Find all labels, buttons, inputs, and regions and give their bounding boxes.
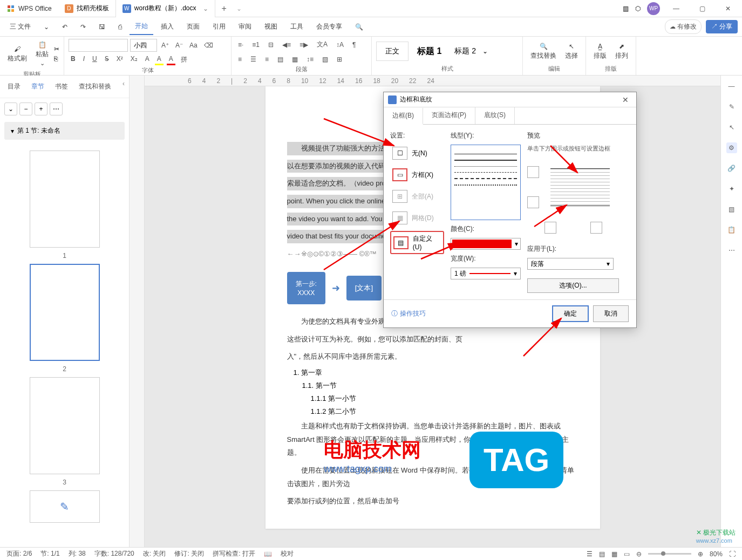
menu-member[interactable]: 会员专享 [311, 19, 348, 35]
font-family-select[interactable] [69, 39, 128, 52]
underline-button[interactable]: U [90, 54, 99, 65]
menu-dropdown[interactable]: ⌄ [38, 20, 55, 34]
page-thumb-3[interactable] [30, 377, 100, 474]
clipboard-icon[interactable]: 📋 [726, 224, 737, 235]
setting-none[interactable]: ☐无(N) [390, 145, 444, 162]
select-tool-icon[interactable]: ↖ [726, 122, 737, 133]
styles-more-icon[interactable]: ⌄ [482, 47, 488, 55]
apply-to-dropdown[interactable]: 段落▾ [527, 258, 614, 270]
tab-border[interactable]: 边框(B) [384, 108, 423, 125]
increase-font-icon[interactable]: A⁺ [159, 40, 171, 50]
align-left-icon[interactable]: ≡ [236, 54, 244, 64]
view-icon-3[interactable]: ▦ [611, 550, 617, 558]
strikethrough-button[interactable]: S̶ [103, 54, 111, 65]
copy-icon[interactable]: ⎘ [54, 55, 59, 63]
style-normal[interactable]: 正文 [376, 42, 409, 61]
status-page[interactable]: 页面: 2/6 [6, 549, 32, 558]
setting-all[interactable]: ⊞全部(A) [390, 188, 444, 205]
tab-menu-icon[interactable]: ⌄ [236, 5, 242, 12]
bold-button[interactable]: B [69, 54, 78, 65]
view-icon-4[interactable]: ▭ [624, 550, 630, 558]
panel-icon[interactable]: ▥ [623, 5, 629, 12]
user-avatar[interactable]: WP [647, 2, 660, 15]
superscript-button[interactable]: X² [114, 54, 125, 65]
ok-button[interactable]: 确定 [552, 305, 589, 322]
find-replace-button[interactable]: 🔍查找替换 [527, 40, 560, 63]
horizontal-ruler[interactable]: 642|24681012141618202224 [145, 76, 720, 86]
status-column[interactable]: 列: 38 [69, 549, 86, 558]
more-icon[interactable]: ⋯ [726, 245, 737, 256]
decrease-indent-icon[interactable]: ◀≡ [280, 40, 293, 50]
more-button[interactable]: ⋯ [50, 103, 63, 115]
preview-left-button[interactable] [544, 222, 556, 234]
menu-start[interactable]: 开始 [130, 18, 153, 35]
phonetic-button[interactable]: 拼 [179, 54, 189, 65]
menu-insert[interactable]: 插入 [155, 19, 179, 35]
status-spell[interactable]: 拼写检查: 打开 [213, 549, 255, 558]
sb-tab-toc[interactable]: 目录 [4, 80, 24, 93]
status-track[interactable]: 修订: 关闭 [174, 549, 204, 558]
dialog-titlebar[interactable]: 边框和底纹 ✕ [384, 92, 636, 107]
preview-top-button[interactable] [527, 166, 539, 178]
color-dropdown[interactable]: ▾ [451, 238, 521, 250]
select-button[interactable]: ↖选择 [562, 40, 581, 63]
bullet-list-icon[interactable]: ≡· [236, 40, 246, 50]
minimize-button[interactable]: — [666, 1, 686, 16]
style-h2[interactable]: 标题 2 [450, 42, 480, 60]
highlight-button[interactable]: A [155, 54, 164, 65]
line-spacing-icon[interactable]: ↕≡ [304, 54, 316, 64]
cube-icon[interactable]: ⬡ [635, 5, 641, 12]
collapse-all-button[interactable]: ⌄ [4, 103, 17, 115]
menu-view[interactable]: 视图 [259, 19, 283, 35]
paste-button[interactable]: 📋粘贴⌄ [32, 39, 52, 69]
tab-page-border[interactable]: 页面边框(P) [423, 107, 475, 124]
shading-icon[interactable]: ▧ [320, 54, 330, 64]
clear-format-icon[interactable]: ⌫ [202, 40, 215, 50]
status-words[interactable]: 字数: 128/720 [94, 549, 134, 558]
show-marks-icon[interactable]: ¶ [350, 40, 358, 50]
style-h1[interactable]: 标题 1 [411, 42, 448, 62]
setting-custom[interactable]: ▤自定义(U) [390, 231, 444, 254]
tips-link[interactable]: ⓘ 操作技巧 [391, 309, 426, 318]
menu-review[interactable]: 审阅 [233, 19, 257, 35]
tab-shading[interactable]: 底纹(S) [475, 107, 515, 124]
sb-tab-find[interactable]: 查找和替换 [76, 80, 114, 93]
minus-button[interactable]: − [19, 103, 32, 115]
link-icon[interactable]: 🔗 [726, 163, 737, 174]
setting-box[interactable]: ▭方框(X) [390, 166, 444, 183]
view-icon-2[interactable]: ▤ [599, 550, 605, 558]
increase-indent-icon[interactable]: ≡▶ [297, 40, 310, 50]
tab-template[interactable]: D 找稻壳模板 [58, 0, 116, 17]
format-painter-button[interactable]: 🖌格式刷 [4, 43, 30, 65]
search-icon[interactable]: 🔍 [350, 20, 369, 34]
zoom-value[interactable]: 80% [710, 550, 723, 558]
share-button[interactable]: ↗ 分享 [706, 20, 738, 33]
multilevel-list-icon[interactable]: ⊟ [266, 40, 276, 50]
cut-icon[interactable]: ✂ [54, 45, 59, 53]
view-icon-1[interactable]: ☰ [587, 550, 593, 558]
zoom-out-button[interactable]: ⊖ [636, 550, 642, 558]
line-type-list[interactable] [451, 145, 521, 220]
status-proof[interactable]: 校对 [281, 549, 294, 558]
decrease-font-icon[interactable]: A⁻ [173, 40, 185, 50]
preview-bottom-button[interactable] [527, 196, 539, 208]
width-dropdown[interactable]: 1 磅▾ [451, 268, 521, 279]
subscript-button[interactable]: X₂ [128, 54, 140, 65]
page-thumb-2[interactable] [30, 264, 100, 361]
file-menu[interactable]: 三 文件 [4, 19, 36, 35]
collapse-rail-icon[interactable]: — [726, 81, 737, 92]
status-book-icon[interactable]: 📖 [264, 550, 272, 558]
changes-indicator[interactable]: ☁ 有修改 [665, 19, 702, 34]
preview-right-button[interactable] [590, 222, 602, 234]
save-icon[interactable]: 🖫 [93, 20, 111, 34]
undo-icon[interactable]: ↶ [57, 20, 73, 34]
tools-icon[interactable]: ✦ [726, 183, 737, 194]
fullscreen-icon[interactable]: ⛶ [729, 550, 736, 558]
zoom-in-button[interactable]: ⊕ [698, 550, 703, 558]
borders-icon[interactable]: ⊞ [335, 54, 344, 64]
redo-icon[interactable]: ↷ [75, 20, 91, 34]
italic-button[interactable]: I [81, 54, 87, 65]
wrap-button[interactable]: A̲排版 [590, 40, 610, 63]
add-tab-button[interactable]: + [215, 4, 233, 13]
print-icon[interactable]: ⎙ [113, 20, 127, 34]
